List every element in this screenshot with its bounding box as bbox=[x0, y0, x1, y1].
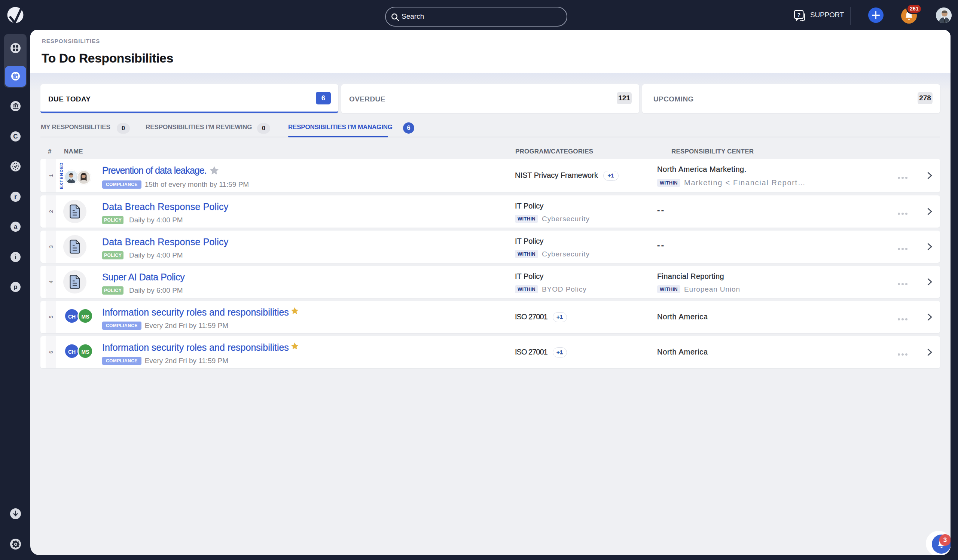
svg-text:?: ? bbox=[797, 12, 801, 18]
